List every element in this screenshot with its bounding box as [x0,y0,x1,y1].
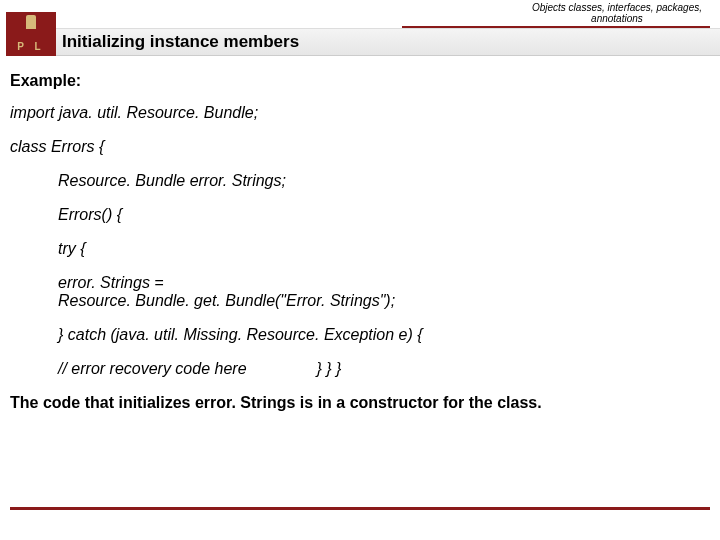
code-line-assign: error. Strings = Resource. Bundle. get. … [10,274,710,310]
breadcrumb-line2: annotations [532,13,702,24]
code-line-comment: // error recovery code here [58,360,247,378]
logo: P L [6,12,56,56]
code-line-closebraces: } } } [317,360,342,378]
slide-root: Objects classes, interfaces, packages, a… [0,0,720,540]
code-line-assign-b: Resource. Bundle. get. Bundle("Error. St… [58,292,710,310]
footer-divider [10,507,710,510]
code-line-assign-a: error. Strings = [58,274,710,292]
content-area: Example: import java. util. Resource. Bu… [0,60,720,412]
example-label: Example: [10,72,710,90]
logo-letters: P L [6,41,56,52]
code-line-field: Resource. Bundle error. Strings; [10,172,710,190]
code-line-ctor: Errors() { [10,206,710,224]
code-line-try: try { [10,240,710,258]
code-line-catch: } catch (java. util. Missing. Resource. … [10,326,710,344]
title-bar: Initializing instance members [56,28,720,56]
conclusion-text: The code that initializes error. Strings… [10,394,710,412]
code-line-import: import java. util. Resource. Bundle; [10,104,710,122]
header: Objects classes, interfaces, packages, a… [0,0,720,60]
breadcrumb: Objects classes, interfaces, packages, a… [532,2,702,24]
logo-emblem-icon [26,15,36,29]
code-line-class: class Errors { [10,138,710,156]
breadcrumb-line1: Objects classes, interfaces, packages, [532,2,702,13]
page-title: Initializing instance members [62,32,299,52]
code-line-comment-row: // error recovery code here } } } [10,360,710,378]
